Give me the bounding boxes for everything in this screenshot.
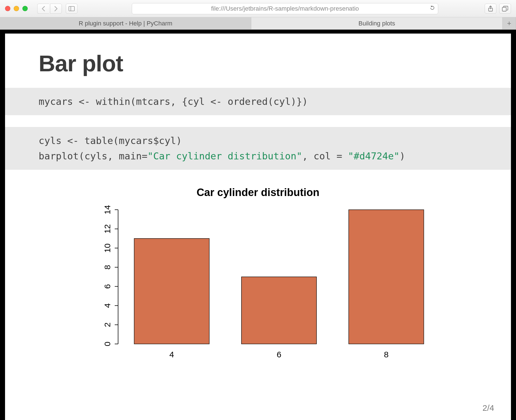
svg-rect-23: [241, 277, 316, 344]
minimize-window-button[interactable]: [14, 6, 19, 11]
svg-text:6: 6: [277, 350, 282, 359]
close-window-button[interactable]: [5, 6, 10, 11]
svg-text:6: 6: [103, 284, 112, 289]
svg-rect-0: [69, 6, 74, 11]
reload-icon[interactable]: [430, 5, 435, 12]
zoom-window-button[interactable]: [22, 6, 28, 11]
bar-chart: 02468101214468: [62, 204, 454, 369]
titlebar: file:///Users/jetbrains/R-samples/markdo…: [0, 0, 516, 17]
svg-text:10: 10: [103, 244, 112, 253]
tab-r-plugin-support[interactable]: R plugin support - Help | PyCharm: [0, 17, 251, 29]
tab-building-plots[interactable]: Building plots: [251, 17, 503, 29]
tab-bar: R plugin support - Help | PyCharm Buildi…: [0, 17, 516, 30]
chart-title: Car cylinder distribution: [196, 187, 319, 199]
svg-text:2: 2: [103, 322, 112, 327]
tab-label: Building plots: [358, 20, 395, 27]
svg-text:8: 8: [103, 265, 112, 270]
code-text: mycars <- within(mtcars, {cyl <- ordered…: [39, 96, 308, 107]
new-tab-button[interactable]: +: [503, 17, 516, 29]
tabs-overview-button[interactable]: [499, 4, 511, 14]
browser-chrome: file:///Users/jetbrains/R-samples/markdo…: [0, 0, 516, 30]
code-text-post: ): [400, 150, 405, 162]
window-controls: [5, 6, 28, 11]
code-text-mid: , col =: [302, 150, 348, 162]
slide-title: Bar plot: [5, 50, 511, 77]
code-string-literal: "Car cylinder distribution": [147, 150, 302, 162]
chart-container: Car cylinder distribution 02468101214468: [5, 187, 511, 369]
sidebar-toggle-button[interactable]: [66, 4, 78, 14]
svg-rect-3: [502, 7, 506, 11]
svg-text:0: 0: [103, 342, 112, 346]
svg-text:4: 4: [103, 303, 112, 308]
forward-button[interactable]: [50, 4, 62, 14]
svg-text:12: 12: [103, 224, 112, 233]
svg-text:14: 14: [103, 205, 112, 214]
url-bar[interactable]: file:///Users/jetbrains/R-samples/markdo…: [132, 3, 438, 14]
page-number: 2/4: [482, 403, 494, 413]
toolbar-right: [485, 4, 511, 14]
back-button[interactable]: [37, 4, 49, 14]
code-block-2: cyls <- table(mycars$cyl) barplot(cyls, …: [5, 127, 511, 170]
svg-rect-25: [349, 210, 424, 344]
svg-text:8: 8: [384, 350, 389, 359]
code-block-1: mycars <- within(mtcars, {cyl <- ordered…: [5, 88, 511, 115]
svg-text:4: 4: [169, 350, 174, 359]
tab-label: R plugin support - Help | PyCharm: [79, 20, 172, 27]
slide: Bar plot mycars <- within(mtcars, {cyl <…: [5, 34, 511, 420]
svg-rect-21: [134, 239, 209, 344]
content-stage: Bar plot mycars <- within(mtcars, {cyl <…: [0, 30, 516, 420]
share-button[interactable]: [485, 4, 496, 14]
code-string-literal: "#d4724e": [348, 150, 399, 162]
nav-buttons: [37, 4, 62, 14]
url-text: file:///Users/jetbrains/R-samples/markdo…: [211, 5, 359, 12]
